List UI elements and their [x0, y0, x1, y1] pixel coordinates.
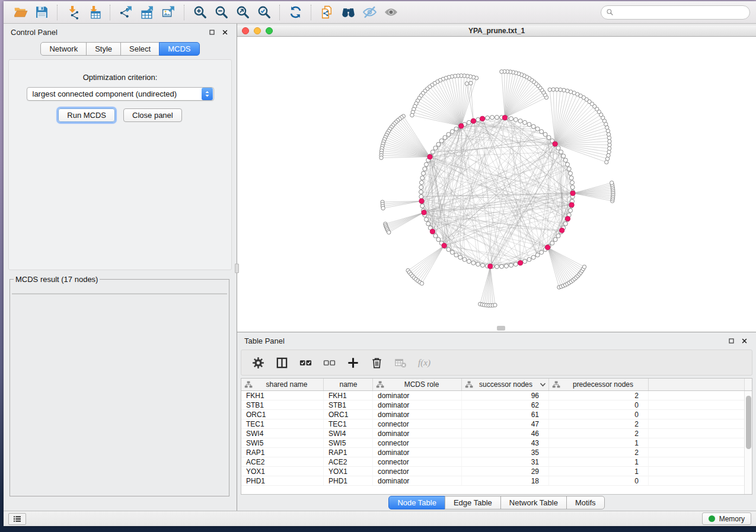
column-header-name[interactable]: name	[324, 379, 373, 390]
table-cell-MCDS-role[interactable]: connector	[373, 419, 462, 428]
table-cell-name[interactable]: RAP1	[324, 448, 373, 457]
tab-edge-table[interactable]: Edge Table	[445, 496, 501, 509]
table-cell-predecessor-nodes[interactable]: 2	[549, 448, 649, 457]
tab-node-table[interactable]: Node Table	[388, 496, 445, 509]
import-table-button[interactable]	[85, 4, 103, 21]
table-row[interactable]: ORC1ORC1dominator610	[241, 410, 744, 419]
network-hscroll-thumb[interactable]	[497, 326, 505, 331]
toggle-columns-button[interactable]	[272, 354, 291, 371]
table-cell-successor-nodes[interactable]: 43	[462, 438, 549, 447]
table-cell-name[interactable]: ACE2	[324, 457, 373, 466]
show-all-button[interactable]	[382, 4, 400, 21]
export-image-button[interactable]	[160, 4, 177, 21]
search-input[interactable]	[617, 8, 745, 17]
table-cell-successor-nodes[interactable]: 61	[462, 410, 549, 419]
table-row[interactable]: STB1STB1dominator620	[241, 400, 744, 410]
tab-mcds[interactable]: MCDS	[159, 42, 199, 56]
deselect-all-columns-button[interactable]	[320, 354, 339, 371]
memory-button[interactable]: Memory	[702, 512, 751, 525]
float-table-panel-button[interactable]	[726, 336, 736, 345]
table-cell-shared-name[interactable]: ORC1	[241, 410, 324, 419]
table-cell-MCDS-role[interactable]: dominator	[373, 391, 462, 400]
close-table-panel-button[interactable]	[739, 336, 749, 345]
table-row[interactable]: ACE2ACE2connector311	[241, 457, 744, 467]
table-cell-successor-nodes[interactable]: 31	[462, 457, 549, 466]
table-cell-name[interactable]: ORC1	[324, 410, 373, 419]
table-cell-shared-name[interactable]: SWI4	[241, 429, 324, 438]
table-cell-MCDS-role[interactable]: dominator	[373, 476, 462, 485]
splitter-handle[interactable]	[235, 264, 239, 273]
table-cell-MCDS-role[interactable]: dominator	[373, 448, 462, 457]
table-cell-MCDS-role[interactable]: connector	[373, 467, 462, 476]
table-cell-successor-nodes[interactable]: 35	[462, 448, 549, 457]
save-session-button[interactable]	[33, 4, 50, 21]
table-cell-successor-nodes[interactable]: 29	[462, 467, 549, 476]
network-canvas[interactable]	[237, 37, 756, 332]
table-cell-predecessor-nodes[interactable]: 2	[549, 391, 649, 400]
table-row[interactable]: SWI4SWI4dominator462	[241, 429, 744, 438]
table-cell-name[interactable]: YOX1	[324, 467, 373, 476]
column-header-shared-name[interactable]: shared name	[241, 379, 324, 390]
table-cell-successor-nodes[interactable]: 62	[462, 400, 549, 409]
add-column-button[interactable]	[343, 354, 362, 371]
zoom-fit-button[interactable]	[234, 4, 251, 21]
criterion-select[interactable]: largest connected component (undirected)	[27, 87, 214, 101]
table-cell-name[interactable]: TEC1	[324, 419, 373, 428]
float-panel-button[interactable]	[207, 27, 216, 37]
table-cell-shared-name[interactable]: ACE2	[241, 457, 324, 466]
table-cell-shared-name[interactable]: STB1	[241, 400, 324, 409]
table-cell-predecessor-nodes[interactable]: 0	[549, 410, 649, 419]
table-row[interactable]: SWI5SWI5connector431	[241, 438, 744, 448]
table-cell-shared-name[interactable]: RAP1	[241, 448, 324, 457]
table-cell-name[interactable]: SWI4	[324, 429, 373, 438]
zoom-selected-button[interactable]	[255, 4, 273, 21]
table-vscroll-thumb[interactable]	[746, 396, 751, 449]
table-cell-predecessor-nodes[interactable]: 1	[549, 467, 649, 476]
table-cell-predecessor-nodes[interactable]: 1	[549, 438, 649, 447]
task-history-button[interactable]	[8, 513, 26, 525]
table-cell-MCDS-role[interactable]: dominator	[373, 400, 462, 409]
hide-selected-button[interactable]	[361, 4, 378, 21]
export-network-button[interactable]	[117, 4, 135, 21]
delete-column-button[interactable]	[367, 354, 386, 371]
table-cell-MCDS-role[interactable]: connector	[373, 457, 462, 466]
table-cell-name[interactable]: FKH1	[324, 391, 373, 400]
table-cell-predecessor-nodes[interactable]: 0	[549, 400, 649, 409]
table-cell-successor-nodes[interactable]: 18	[462, 476, 549, 485]
export-table-button[interactable]	[138, 4, 156, 21]
table-cell-shared-name[interactable]: TEC1	[241, 419, 324, 428]
table-cell-predecessor-nodes[interactable]: 2	[549, 419, 649, 428]
table-cell-MCDS-role[interactable]: dominator	[373, 429, 462, 438]
table-cell-predecessor-nodes[interactable]: 0	[549, 476, 649, 485]
table-settings-button[interactable]	[248, 354, 267, 371]
run-mcds-button[interactable]: Run MCDS	[58, 108, 115, 122]
table-cell-name[interactable]: SWI5	[324, 438, 373, 447]
table-cell-successor-nodes[interactable]: 96	[462, 391, 549, 400]
select-all-columns-button[interactable]	[296, 354, 315, 371]
table-cell-successor-nodes[interactable]: 47	[462, 419, 549, 428]
table-cell-predecessor-nodes[interactable]: 1	[549, 457, 649, 466]
table-cell-MCDS-role[interactable]: connector	[373, 438, 462, 447]
table-cell-shared-name[interactable]: FKH1	[241, 391, 324, 400]
table-row[interactable]: TEC1TEC1connector472	[241, 419, 744, 429]
import-network-button[interactable]	[64, 4, 82, 21]
copy-share-button[interactable]	[318, 4, 336, 21]
tab-network-table[interactable]: Network Table	[500, 496, 567, 509]
table-cell-shared-name[interactable]: SWI5	[241, 438, 324, 447]
close-panel-button-2[interactable]: Close panel	[123, 108, 182, 122]
tab-motifs[interactable]: Motifs	[566, 496, 605, 509]
tab-network[interactable]: Network	[40, 42, 87, 56]
tab-style[interactable]: Style	[86, 42, 121, 56]
table-cell-shared-name[interactable]: YOX1	[241, 467, 324, 476]
search-field[interactable]	[601, 5, 750, 20]
tab-select[interactable]: Select	[120, 42, 160, 56]
table-row[interactable]: YOX1YOX1connector291	[241, 467, 744, 476]
table-vscrollbar[interactable]	[744, 391, 752, 494]
column-header-MCDS-role[interactable]: MCDS role	[373, 379, 462, 390]
table-cell-MCDS-role[interactable]: dominator	[373, 410, 462, 419]
table-cell-name[interactable]: PHD1	[324, 476, 373, 485]
refresh-button[interactable]	[286, 4, 304, 21]
table-cell-name[interactable]: STB1	[324, 400, 373, 409]
table-cell-predecessor-nodes[interactable]: 2	[549, 429, 649, 438]
table-row[interactable]: FKH1FKH1dominator962	[241, 391, 744, 400]
